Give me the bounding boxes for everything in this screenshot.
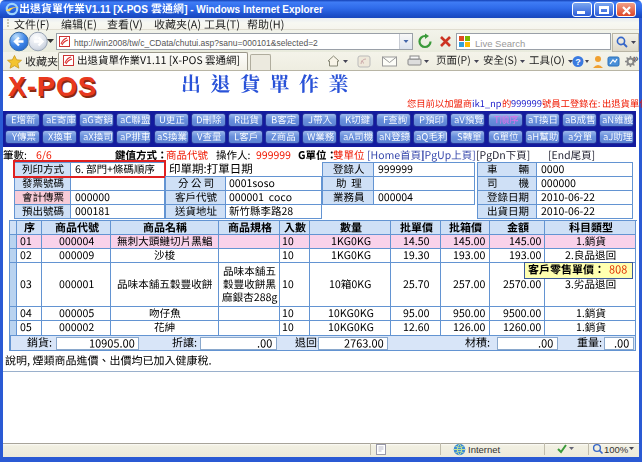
svg-text:?: ?	[575, 57, 581, 67]
